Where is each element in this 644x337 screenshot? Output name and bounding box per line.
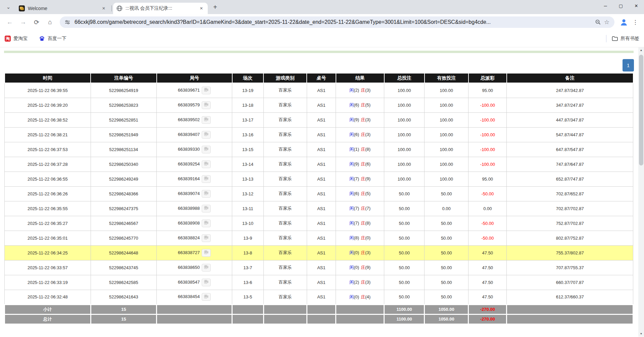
cell-payout: -50.00 [468,231,507,245]
video-replay-button[interactable] [202,220,211,227]
profile-avatar[interactable] [618,17,629,28]
cell-total-bet[interactable]: 100.00 [384,98,425,112]
video-replay-button[interactable] [202,87,211,94]
video-replay-button[interactable] [202,264,211,272]
cell-session: 13-17 [232,112,264,127]
cell-time: 2025-11-22 06:35:55 [5,201,91,216]
cell-total-bet[interactable]: 50.00 [384,290,425,304]
home-button[interactable]: ⌂ [44,16,56,28]
cell-total-bet[interactable]: 50.00 [384,186,425,201]
all-bookmarks-button[interactable]: 所有书签 [612,36,639,42]
video-replay-button[interactable] [202,293,211,301]
cell-table-number: AS1 [307,275,336,290]
cell-game-type: 百家乐 [263,127,307,142]
scroll-up-icon[interactable]: ▲ [638,47,644,53]
new-tab-button[interactable]: + [210,2,220,12]
cell-total-bet[interactable]: 100.00 [384,83,425,98]
bookmark-taobao[interactable]: 淘 爱淘宝 [5,36,28,42]
cell-table-number: AS1 [307,260,336,275]
cell-table-number: AS1 [307,142,336,157]
bookmark-baidu[interactable]: 百度一下 [39,36,66,42]
cell-total-bet[interactable]: 50.00 [384,275,425,290]
result-banker: 庄 [361,88,365,93]
cell-session: 13-13 [232,172,264,186]
column-header: 有效投注 [425,73,468,83]
tab-close-icon[interactable]: ✕ [101,5,107,11]
tab-betrecord[interactable]: :::视讯 会员下注纪录::: ✕ [113,3,208,14]
video-replay-button[interactable] [202,131,211,139]
video-replay-button[interactable] [202,279,211,286]
maximize-button[interactable]: ▢ [613,0,629,11]
scrollbar-thumb[interactable] [639,55,643,165]
tab-close-icon[interactable]: ✕ [198,5,204,11]
cell-payout: -50.00 [468,216,507,231]
video-replay-button[interactable] [202,190,211,198]
cell-round-number: 663839074 [157,186,232,201]
result-points: (9) [354,161,359,166]
video-replay-button[interactable] [202,146,211,153]
round-number: 663839407 [178,132,200,137]
film-icon [204,220,209,226]
video-replay-button[interactable] [202,116,211,124]
close-window-button[interactable]: ✕ [629,0,644,11]
pagination-page-1-button[interactable]: 1 [623,59,634,71]
round-number: 663839164 [178,176,200,181]
footer-empty [157,304,232,314]
video-replay-button[interactable] [202,175,211,183]
minimize-button[interactable]: ─ [598,0,613,11]
reload-button[interactable]: ⟳ [31,16,42,28]
cell-result: 闲(8)庄(0) [336,231,384,245]
bookmarks-bar: 淘 爱淘宝 百度一下 所有书签 [0,30,644,47]
video-replay-button[interactable] [202,101,211,109]
result-banker: 庄 [361,176,365,181]
cell-session: 13-12 [232,186,264,201]
result-points: (3) [365,132,370,137]
cell-total-bet[interactable]: 50.00 [384,245,425,260]
back-button[interactable]: ← [4,16,15,28]
forward-button[interactable]: → [17,16,29,28]
cell-result: 闲(7)庄(8) [336,216,384,231]
cell-round-number: 663839502 [157,112,232,127]
cell-total-bet[interactable]: 100.00 [384,142,425,157]
menu-kebab-icon[interactable]: ⋮ [631,17,640,27]
cell-remark: 347.87/247.87 [507,98,633,112]
cell-total-bet[interactable]: 50.00 [384,216,425,231]
column-header: 注单编号 [91,73,157,83]
cell-payout: -100.00 [468,98,507,112]
cell-total-bet[interactable]: 50.00 [384,260,425,275]
tab-search-button[interactable]: ⌄ [3,2,13,12]
video-replay-button[interactable] [202,249,211,257]
result-points: (0) [365,235,370,240]
result-banker: 庄 [361,294,365,299]
cell-total-bet[interactable]: 50.00 [384,231,425,245]
address-bar[interactable]: 66cxkj98.com/game/betrecord_search/kind3… [60,16,614,28]
video-replay-button[interactable] [202,160,211,168]
cell-session: 13-6 [232,275,264,290]
scroll-down-icon[interactable]: ▼ [638,331,644,337]
result-banker: 庄 [361,250,365,255]
table-row: 2025-11-22 06:33:57522986243745663838650… [5,260,633,275]
vertical-scrollbar[interactable]: ▲ ▼ [638,47,644,337]
site-info-icon[interactable] [63,18,72,27]
cell-total-bet[interactable]: 100.00 [384,172,425,186]
cell-total-bet[interactable]: 100.00 [384,112,425,127]
result-points: (0) [354,294,359,299]
cell-remark: 707.87/755.37 [507,260,633,275]
video-replay-button[interactable] [202,205,211,212]
cell-total-bet[interactable]: 100.00 [384,157,425,172]
cell-bet-number: 522986251134 [91,142,157,157]
cell-round-number: 663839407 [157,127,232,142]
result-player: 闲 [349,250,354,255]
cell-table-number: AS1 [307,98,336,112]
result-points: (3) [365,280,370,285]
cell-total-bet[interactable]: 50.00 [384,201,425,216]
cell-remark: 547.87/447.87 [507,127,633,142]
cell-total-bet[interactable]: 100.00 [384,127,425,142]
zoom-icon[interactable] [594,18,602,27]
bookmark-star-icon[interactable]: ☆ [602,18,611,27]
video-replay-button[interactable] [202,234,211,242]
film-icon [204,191,209,197]
cell-bet-number: 522986254919 [91,83,157,98]
tab-welcome[interactable]: Welcome ✕ [15,3,110,14]
url-text[interactable]: 66cxkj98.com/game/betrecord_search/kind3… [75,19,591,25]
